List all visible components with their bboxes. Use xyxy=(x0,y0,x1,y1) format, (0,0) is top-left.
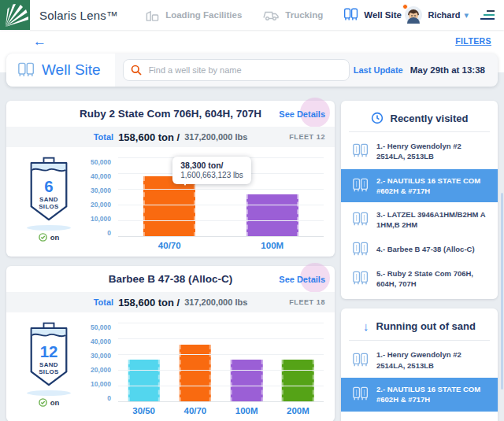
nav-loading-facilities[interactable]: Loading Facilities xyxy=(145,9,242,22)
list-item-text: 2.- NAUTILUS 16 STATE COM #602H & #717H xyxy=(376,384,487,405)
y-axis-tick: 0 xyxy=(107,229,111,237)
total-label: Total xyxy=(94,132,113,142)
list-item-text: 5.- Ruby 2 State Com 706H, 604H, 707H xyxy=(376,268,487,290)
card-title: Barbee B 47-38 (Alloc-C) xyxy=(109,273,233,285)
well-site-list-item[interactable]: 5.- Ruby 2 State Com 706H, 604H, 707H xyxy=(349,263,490,295)
loading-facility-icon xyxy=(145,9,160,22)
well-site-list-item[interactable]: 1.- Henry Gwendolyn #2 2514LA, 2513LB xyxy=(349,135,490,168)
silos-icon xyxy=(352,353,369,368)
gridline xyxy=(118,370,324,371)
y-axis-tick: 30,000 xyxy=(91,186,111,194)
fleet-badge: FLEET 18 xyxy=(289,298,325,306)
chart-plot xyxy=(118,323,324,402)
sub-header: ← FILTERS xyxy=(0,30,504,52)
silo-graphic: 12 SAND SILOS xyxy=(28,322,69,390)
search-box[interactable] xyxy=(123,59,350,81)
well-site-list-item[interactable]: 3.- LATZEL 3946A1HM/B2HM A 1HM,B 2HM xyxy=(349,204,490,236)
sand-inventory-chart: 50,00040,00030,00020,00010,0000 30/5040/… xyxy=(85,319,324,415)
silo-illustration: 12 SAND SILOS on xyxy=(13,319,85,415)
svg-text:SAND: SAND xyxy=(39,196,58,203)
y-axis-tick: 50,000 xyxy=(91,158,111,166)
nav-well-site[interactable]: Well Site xyxy=(343,8,402,22)
filters-link[interactable]: FILTERS xyxy=(455,36,491,46)
gridline xyxy=(118,401,324,402)
panel-title: Recently visited xyxy=(391,113,469,124)
recently-visited-list: 1.- Henry Gwendolyn #2 2514LA, 2513LB2.-… xyxy=(349,135,490,294)
y-axis-tick: 40,000 xyxy=(91,172,111,180)
nav-label: Trucking xyxy=(285,10,323,20)
user-menu: Richard ▾ xyxy=(404,6,504,24)
chevron-down-icon[interactable]: ▾ xyxy=(464,10,469,20)
nav-label: Well Site xyxy=(364,10,402,20)
recently-visited-panel: Recently visited 1.- Henry Gwendolyn #2 … xyxy=(341,101,498,299)
well-site-card-barbee: Barbee B 47-38 (Alloc-C) See Details Tot… xyxy=(6,266,335,421)
well-site-card-ruby: Ruby 2 State Com 706H, 604H, 707H See De… xyxy=(6,101,335,257)
check-circle-icon xyxy=(39,398,47,407)
nav-trucking[interactable]: Trucking xyxy=(262,9,323,21)
last-update-label: Last Update xyxy=(354,65,403,75)
see-details-link[interactable]: See Details xyxy=(279,275,325,284)
gridline xyxy=(118,323,324,323)
user-name[interactable]: Richard xyxy=(428,10,461,20)
fleet-badge: FLEET 12 xyxy=(289,133,325,141)
search-input[interactable] xyxy=(147,65,342,76)
total-ton: 158,600 ton / xyxy=(118,297,180,308)
x-axis-label: 100M xyxy=(221,241,324,250)
gridline xyxy=(118,220,324,221)
chart-bar-200M[interactable] xyxy=(282,360,313,402)
total-label: Total xyxy=(94,297,113,307)
avatar[interactable] xyxy=(404,6,423,24)
well-site-list-item[interactable]: 1.- Henry Gwendolyn #2 2514LA, 2513LB xyxy=(349,344,490,376)
clock-icon xyxy=(371,112,384,124)
status-badge: on xyxy=(39,233,60,242)
well-site-cards-column: Ruby 2 State Com 706H, 604H, 707H See De… xyxy=(6,101,335,421)
well-site-list-item[interactable]: 4.- Barbee B 47-38 (Alloc-C) xyxy=(349,236,490,263)
y-axis-tick: 0 xyxy=(107,394,111,402)
x-axis-label: 40/70 xyxy=(169,406,220,415)
svg-text:SILOS: SILOS xyxy=(39,203,59,210)
status-badge: on xyxy=(39,398,60,407)
silos-icon xyxy=(17,62,35,79)
list-item-text: 3.- LATZEL 3946A1HM/B2HM A 1HM,B 2HM xyxy=(376,419,487,421)
y-axis: 50,00040,00030,00020,00010,0000 xyxy=(85,323,118,402)
menu-icon[interactable] xyxy=(480,9,495,20)
silo-count: 12 xyxy=(40,343,58,360)
y-axis: 50,00040,00030,00020,00010,0000 xyxy=(85,158,118,237)
panel-title: Running out of sand xyxy=(376,320,476,332)
status-text: on xyxy=(50,233,60,242)
silos-icon xyxy=(352,242,369,257)
card-title: Ruby 2 State Com 706H, 604H, 707H xyxy=(80,108,261,120)
total-strip: Total 158,600 ton / 317,200,000 lbs FLEE… xyxy=(6,292,335,312)
silo-shadow xyxy=(27,225,71,231)
silo-shadow xyxy=(27,390,71,396)
back-arrow-icon[interactable]: ← xyxy=(33,35,46,48)
well-site-list-item[interactable]: 3.- LATZEL 3946A1HM/B2HM A 1HM,B 2HM xyxy=(349,413,490,421)
gridline xyxy=(118,354,324,355)
chart-bar-30/50[interactable] xyxy=(128,360,159,402)
y-axis-tick: 50,000 xyxy=(91,323,111,331)
y-axis-tick: 10,000 xyxy=(91,380,111,388)
chart-bar-100M[interactable] xyxy=(246,194,298,237)
well-site-list-item[interactable]: 2.- NAUTILUS 16 STATE COM #602H & #717H xyxy=(341,378,498,412)
page-title: Well Site xyxy=(42,61,101,79)
y-axis-tick: 40,000 xyxy=(91,338,111,345)
chart-bar-40/70[interactable] xyxy=(180,345,211,402)
brand-name: Solaris Lens™ xyxy=(39,9,118,22)
see-details-link[interactable]: See Details xyxy=(279,109,325,119)
gridline xyxy=(118,386,324,386)
well-site-list-item[interactable]: 2.- NAUTILUS 16 STATE COM #602H & #717H xyxy=(341,169,498,203)
total-ton: 158,600 ton / xyxy=(118,131,180,143)
down-arrow-icon: ↓ xyxy=(363,319,369,333)
main-content: Ruby 2 State Com 706H, 604H, 707H See De… xyxy=(0,94,504,421)
list-item-text: 4.- Barbee B 47-38 (Alloc-C) xyxy=(376,244,475,254)
silos-icon xyxy=(352,271,369,286)
chart-bar-100M[interactable] xyxy=(231,360,262,402)
notification-dot xyxy=(402,4,408,9)
y-axis-tick: 10,000 xyxy=(91,215,111,223)
y-axis-tick: 30,000 xyxy=(91,352,111,360)
scrollbar[interactable] xyxy=(501,193,503,390)
nav-label: Loading Facilities xyxy=(165,10,242,20)
solaris-logo[interactable] xyxy=(0,0,30,30)
total-lbs: 317,200,000 lbs xyxy=(184,297,247,307)
x-axis-label: 100M xyxy=(221,406,272,415)
